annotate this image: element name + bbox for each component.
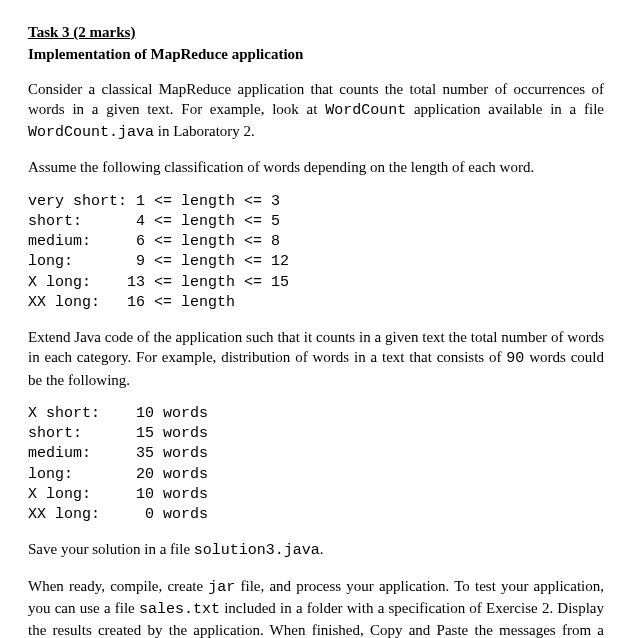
code-inline: WordCount — [325, 102, 406, 119]
code-inline: solution3.java — [194, 542, 320, 559]
code-inline: sales.txt — [139, 601, 220, 618]
paragraph-save: Save your solution in a file solution3.j… — [28, 539, 604, 561]
paragraph-ready: When ready, compile, create jar file, an… — [28, 576, 604, 639]
task-title: Task 3 (2 marks) — [28, 22, 604, 42]
classification-block: very short: 1 <= length <= 3 short: 4 <=… — [28, 192, 604, 314]
text: Save your solution in a file — [28, 541, 194, 557]
code-inline: 90 — [506, 350, 524, 367]
distribution-block: X short: 10 words short: 15 words medium… — [28, 404, 604, 526]
text: in Laboratory 2. — [154, 123, 255, 139]
text: application available in a file — [406, 101, 604, 117]
paragraph-intro: Consider a classical MapReduce applicati… — [28, 79, 604, 144]
code-inline: jar — [208, 579, 235, 596]
text: When ready, compile, create — [28, 578, 208, 594]
task-subtitle: Implementation of MapReduce application — [28, 44, 604, 64]
text: . — [320, 541, 324, 557]
code-inline: WordCount.java — [28, 124, 154, 141]
paragraph-extend: Extend Java code of the application such… — [28, 327, 604, 390]
paragraph-assume: Assume the following classification of w… — [28, 157, 604, 177]
